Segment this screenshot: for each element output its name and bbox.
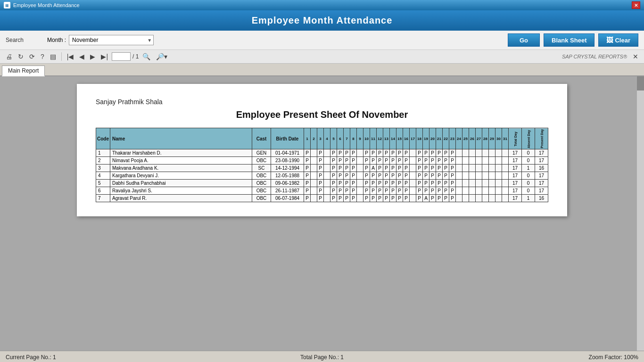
cell-day-3: P [317,165,324,172]
cell-present-day: 16 [535,195,548,202]
nav-last-button[interactable]: ▶| [99,52,110,61]
zoom-button[interactable]: 🔎▾ [154,52,169,61]
month-select-wrapper: January February March April May June Ju… [69,35,154,45]
cell-day-1: P [304,165,311,172]
tab-main-report-label: Main Report [8,67,39,74]
nav-prev-button[interactable]: ◀ [77,52,86,61]
cell-day-17 [410,180,416,187]
cell-present-day: 17 [535,187,548,195]
search-page-button[interactable]: 🔍 [140,52,152,61]
header-d29: 29 [489,128,495,149]
print-button[interactable]: 🖨 [4,52,14,61]
cell-day-6: P [337,157,344,165]
status-bar: Current Page No.: 1 Total Page No.: 1 Zo… [0,351,644,362]
cell-day-31 [502,187,509,195]
cell-day-2 [311,187,317,195]
cell-day-24 [456,149,462,157]
help-button[interactable]: ? [39,52,46,61]
cell-present-day: 17 [535,149,548,157]
cell-day-31 [502,180,509,187]
cell-day-10: P [363,149,370,157]
header-d5: 5 [330,128,337,149]
cell-day-25 [462,195,469,202]
nav-next-button[interactable]: ▶ [88,52,97,61]
cell-day-13: P [383,180,390,187]
tab-bar: Main Report [0,64,644,76]
group-button[interactable]: ▤ [48,52,58,61]
cell-code: 2 [96,157,110,165]
cell-day-16: P [403,149,410,157]
close-button[interactable]: ✕ [632,1,640,9]
cell-day-5: P [330,165,337,172]
cell-day-13: P [383,187,390,195]
cell-day-16: P [403,195,410,202]
refresh-button[interactable]: ↻ [16,52,25,61]
header-d7: 7 [344,128,350,149]
cell-name: Dabhi Sudha Panchabhai [110,180,252,187]
cell-day-25 [462,187,469,195]
cell-day-29 [489,157,495,165]
cell-absent-day: 0 [522,157,535,165]
go-button[interactable]: Go [508,33,540,47]
header-d1: 1 [304,128,311,149]
cell-cast: SC [252,165,271,172]
cell-day-14: P [390,157,396,165]
cell-day-22: P [443,172,449,180]
cell-day-10: P [363,180,370,187]
page-input[interactable]: 1 [112,52,131,61]
cell-day-28 [482,172,489,180]
page-total: / 1 [132,53,139,60]
cell-day-22: P [443,180,449,187]
reload-button[interactable]: ⟳ [27,52,37,61]
cell-absent-day: 0 [522,187,535,195]
cell-day-8: P [350,157,357,165]
cell-day-15: P [396,180,403,187]
cell-day-14: P [390,187,396,195]
crystal-close-button[interactable]: ✕ [631,52,640,61]
app-icon: ▦ [4,2,10,8]
cell-day-30 [495,195,502,202]
cell-day-11: P [370,195,377,202]
header-total-day: Total Day [509,128,522,149]
cell-day-20: P [429,165,436,172]
cell-birthdate: 23-08-1990 [271,157,304,165]
clear-label: Clear [615,37,630,44]
cell-day-6: P [337,165,344,172]
sap-crystal-label: SAP CRYSTAL REPORTS® [562,54,627,59]
cell-day-31 [502,165,509,172]
tab-main-report[interactable]: Main Report [2,66,45,76]
clear-button[interactable]: 🖼 Clear [598,33,638,47]
cell-day-2 [311,149,317,157]
cell-total-day: 17 [509,172,522,180]
cell-day-8: P [350,149,357,157]
cell-day-11: P [370,157,377,165]
cell-day-1: P [304,157,311,165]
cell-day-26 [469,195,476,202]
cell-day-23: P [449,187,456,195]
report-area: Sanjay Prathmik Shala Employee Present S… [0,76,644,351]
cell-day-10: P [363,187,370,195]
cell-day-13: P [383,149,390,157]
month-select[interactable]: January February March April May June Ju… [69,35,154,45]
scrollbar-thumb[interactable] [637,76,644,90]
cell-day-23: P [449,195,456,202]
cell-day-19: P [423,187,429,195]
cell-day-1: P [304,187,311,195]
cell-day-29 [489,180,495,187]
blank-sheet-button[interactable]: Blank Sheet [544,33,594,47]
cell-day-5: P [330,172,337,180]
cell-day-15: P [396,172,403,180]
header-d17: 17 [410,128,416,149]
cell-present-day: 17 [535,157,548,165]
scrollbar-vertical[interactable] [636,76,644,351]
cell-day-9 [357,180,363,187]
nav-first-button[interactable]: |◀ [65,52,76,61]
cell-present-day: 17 [535,172,548,180]
cell-day-27 [476,157,482,165]
cell-day-20: P [429,149,436,157]
cell-absent-day: 0 [522,172,535,180]
cell-day-24 [456,172,462,180]
cell-day-20: P [429,172,436,180]
cell-code: 1 [96,149,110,157]
cell-day-4 [324,165,330,172]
